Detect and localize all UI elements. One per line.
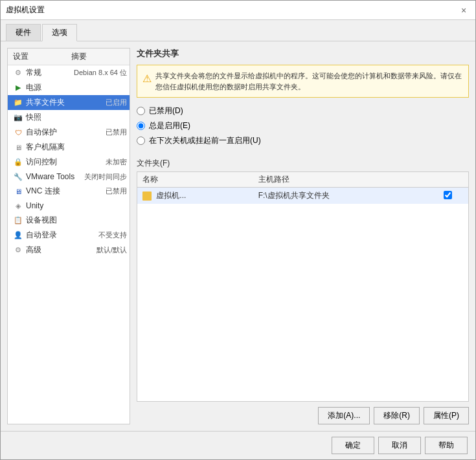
ok-button[interactable]: 确定: [332, 437, 374, 454]
sidebar-item-unity[interactable]: ◈ Unity: [8, 199, 130, 213]
auto-protect-icon: 🛡: [13, 127, 23, 138]
sidebar-item-shared-folder[interactable]: 📁 共享文件夹 已启用: [8, 95, 130, 110]
col-path: 主机路径: [253, 172, 428, 188]
sidebar-item-auto-login[interactable]: 👤 自动登录 不受支持: [8, 228, 130, 243]
snapshot-icon: 📷: [13, 113, 23, 123]
folder-enabled-checkbox[interactable]: [444, 191, 452, 199]
folder-table: 名称 主机路径 虚拟机... F:\虚拟机共享文件夹: [137, 172, 468, 204]
sidebar-item-vnc[interactable]: 🖥 VNC 连接 已禁用: [8, 184, 130, 199]
auto-login-icon: 👤: [13, 230, 23, 241]
folder-section-label: 文件夹(F): [137, 158, 469, 169]
folder-name-cell: 虚拟机...: [137, 188, 253, 204]
sidebar-item-power[interactable]: ▶ 电源: [8, 80, 130, 95]
advanced-icon: ⚙: [13, 245, 23, 256]
tab-hardware[interactable]: 硬件: [6, 24, 41, 41]
right-panel: 文件夹共享 ⚠ 共享文件夹会将您的文件显示给虚拟机中的程序。这可能会使您的计算机…: [137, 48, 469, 424]
table-row[interactable]: 虚拟机... F:\虚拟机共享文件夹: [137, 188, 468, 204]
radio-always-input[interactable]: [137, 122, 145, 130]
vmware-tools-icon: 🔧: [13, 171, 23, 182]
sidebar-item-vmware-tools[interactable]: 🔧 VMware Tools 关闭时间同步: [8, 170, 130, 184]
folder-enabled-cell[interactable]: [428, 188, 468, 204]
radio-always[interactable]: 总是启用(E): [137, 120, 469, 131]
unity-icon: ◈: [13, 201, 23, 211]
help-button[interactable]: 帮助: [425, 437, 468, 454]
guest-isolation-icon: 🖥: [13, 142, 23, 153]
sharing-radio-group: 已禁用(D) 总是启用(E) 在下次关机或挂起前一直启用(U): [137, 105, 469, 150]
properties-button[interactable]: 属性(P): [424, 407, 469, 424]
sidebar-header: 设置 摘要: [8, 49, 130, 65]
col-name: 名称: [137, 172, 253, 188]
folder-buttons: 添加(A)... 移除(R) 属性(P): [137, 407, 469, 424]
warning-icon: ⚠: [142, 71, 152, 87]
general-icon: ⚙: [13, 68, 23, 78]
power-icon: ▶: [13, 83, 23, 93]
sidebar-col-summary: 摘要: [66, 49, 92, 65]
vnc-icon: 🖥: [13, 186, 23, 197]
radio-disabled-input[interactable]: [137, 107, 145, 115]
tab-bar: 硬件 选项: [1, 20, 475, 41]
device-view-icon: 📋: [13, 215, 23, 226]
section-title: 文件夹共享: [137, 48, 469, 60]
info-text: 共享文件夹会将您的文件显示给虚拟机中的程序。这可能会使您的计算机和数据带来风险。…: [155, 71, 463, 92]
bottom-bar: 确定 取消 帮助: [1, 431, 475, 459]
access-control-icon: 🔒: [13, 157, 23, 168]
sidebar-item-device-view[interactable]: 📋 设备视图: [8, 213, 130, 228]
radio-until-shutdown[interactable]: 在下次关机或挂起前一直启用(U): [137, 135, 469, 146]
window-title: 虚拟机设置: [6, 5, 45, 16]
sidebar: 设置 摘要 ⚙ 常规 Debian 8.x 64 位 ▶ 电源 📁 共享文件夹 …: [7, 48, 130, 424]
col-enabled: [428, 172, 468, 188]
close-button[interactable]: ×: [457, 4, 470, 17]
sidebar-col-settings: 设置: [8, 49, 66, 65]
sidebar-item-snapshot[interactable]: 📷 快照: [8, 110, 130, 125]
info-box: ⚠ 共享文件夹会将您的文件显示给虚拟机中的程序。这可能会使您的计算机和数据带来风…: [137, 65, 469, 98]
folder-path-cell: F:\虚拟机共享文件夹: [253, 188, 428, 204]
sidebar-item-guest-isolation[interactable]: 🖥 客户机隔离: [8, 140, 130, 155]
sidebar-item-general[interactable]: ⚙ 常规 Debian 8.x 64 位: [8, 65, 130, 80]
shared-folder-icon: 📁: [13, 98, 23, 108]
folder-table-container: 名称 主机路径 虚拟机... F:\虚拟机共享文件夹: [137, 171, 469, 402]
radio-disabled[interactable]: 已禁用(D): [137, 105, 469, 116]
sidebar-item-auto-protect[interactable]: 🛡 自动保护 已禁用: [8, 125, 130, 140]
folder-row-icon: [142, 192, 152, 201]
sidebar-item-access-control[interactable]: 🔒 访问控制 未加密: [8, 155, 130, 170]
main-window: 虚拟机设置 × 硬件 选项 设置 摘要 ⚙ 常规 Debian 8.x 64 位…: [0, 0, 476, 460]
add-button[interactable]: 添加(A)...: [318, 407, 370, 424]
cancel-button[interactable]: 取消: [378, 437, 421, 454]
remove-button[interactable]: 移除(R): [374, 407, 420, 424]
tab-options[interactable]: 选项: [42, 24, 77, 41]
sidebar-item-advanced[interactable]: ⚙ 高级 默认/默认: [8, 243, 130, 257]
title-bar: 虚拟机设置 ×: [1, 1, 475, 20]
content-area: 设置 摘要 ⚙ 常规 Debian 8.x 64 位 ▶ 电源 📁 共享文件夹 …: [1, 41, 475, 431]
radio-until-shutdown-input[interactable]: [137, 137, 145, 145]
